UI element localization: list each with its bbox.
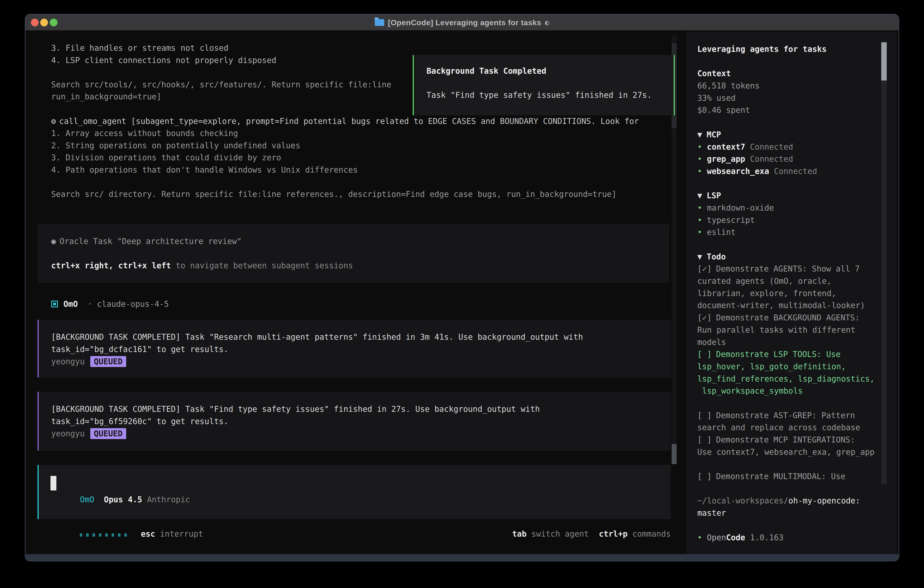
task-meta: yeongyu QUEUED [51,355,671,368]
dot-separator: · [87,299,92,309]
oracle-task-text: Oracle Task "Deep architecture review" [59,237,242,246]
bullet-icon: • [697,203,702,212]
scrollbar-thumb[interactable] [672,444,676,464]
chevron-down-icon: ▼ [697,130,702,139]
session-sidebar: Leveraging agents for tasks Context 66,5… [686,32,897,554]
checkbox-empty-icon: [ ] [697,411,712,420]
scrollback-line: 1. Array access without bounds checking [51,127,639,140]
sidebar-scrollbar[interactable] [881,42,887,484]
checkbox-empty-icon: [ ] [697,472,712,481]
bullet-icon: • [697,142,702,152]
mcp-name: context7 [707,142,745,152]
scrollback-line: 3. Division operations that could divide… [51,152,639,164]
task-message-line: task_id="bg_6f59260c" to get results. [51,415,671,428]
task-message-line: task_id="bg_dcfac161" to get results. [51,344,671,356]
bullet-icon: • [697,216,702,225]
window-title-group: [OpenCode] Leveraging agents for tasks ◐ [375,15,549,30]
terminal-window: [OpenCode] Leveraging agents for tasks ◐… [25,15,899,561]
todo-heading: Todo [707,252,726,261]
ctrlp-label: commands [632,529,671,538]
minimize-button[interactable] [40,19,48,26]
chevron-down-icon: ▼ [697,252,702,261]
mcp-section-header[interactable]: ▼MCP [697,129,881,141]
status-left: esc interrupt [51,520,203,548]
todo-line-active: [ ]Demonstrate LSP TOOLS: Use [697,349,881,361]
app-name-bold: Code [726,533,745,542]
mcp-item: •websearch_exa Connected [697,165,881,178]
todo-line-active: lsp_workspace_symbols [697,385,881,397]
context-spent: $0.46 spent [697,104,881,116]
scrollbar-thumb[interactable] [881,42,887,81]
todo-line: [✓]Demonstrate AGENTS: Show all 7 [697,263,881,275]
subagent-nav-hint: ctrl+x right, ctrl+x left to navigate be… [51,260,669,272]
status-right: tab switch agentctrl+p commands [483,520,671,548]
close-button[interactable] [31,19,39,26]
todo-line: [ ]Demonstrate MULTIMODAL: Use [697,471,881,483]
separator [78,299,87,309]
lsp-section-header[interactable]: ▼LSP [697,190,881,202]
workspace-dir: ~/local-workspaces/ [697,496,788,505]
background-task-card: [BACKGROUND TASK COMPLETED] Task "Find t… [38,392,671,451]
mcp-status: Connected [750,154,793,164]
tool-call-line: ⚙call_omo_agent [subagent_type=explore, … [51,115,639,127]
todo-line: librarian, explore, frontend, [697,287,881,300]
lsp-item: •markdown-oxide [697,202,881,214]
prompt-input[interactable]: OmO Opus 4.5 Anthropic [38,465,671,519]
esc-label: interrupt [160,529,203,538]
lsp-name: eslint [707,228,736,237]
workspace-repo: oh-my-opencode: [788,496,860,505]
agent-model: claude-opus-4-5 [97,299,169,309]
notification-title: Background Task Completed [427,66,674,76]
todo-line: search and replace across codebase [697,421,881,434]
input-agent-name: OmO [80,495,94,504]
context-tokens: 66,518 tokens [697,80,881,92]
bullet-icon: • [697,167,702,176]
mcp-name: websearch_exa [707,167,769,176]
tool-call-text: call_omo_agent [subagent_type=explore, p… [59,117,639,126]
context-used: 33% used [697,92,881,104]
zoom-button[interactable] [50,19,58,26]
app-version: 1.0.163 [750,533,784,542]
esc-key: esc [141,529,155,538]
session-title: Leveraging agents for tasks [697,43,881,56]
half-moon-icon: ◐ [545,18,549,27]
mcp-status: Connected [750,142,793,152]
todo-line-active: lsp_find_references, lsp_diagnostics, [697,373,881,385]
bullet-icon: • [697,533,702,542]
mcp-heading: MCP [707,130,721,139]
scrollback-line: 3. File handles or streams not closed [51,42,639,55]
todo-line: Run parallel tasks with different [697,324,881,336]
background-task-notification: Background Task Completed Task "Find typ… [412,55,675,115]
todo-line: document-writer, multimodal-looker) [697,299,881,312]
model-status-line: OmO Opus 4.5 Anthropic [51,486,190,513]
input-provider: Anthropic [147,495,190,504]
scrollback-line: 2. String operations on potentially unde… [51,140,639,152]
lsp-name: markdown-oxide [707,203,774,212]
todo-section-header[interactable]: ▼Todo [697,251,881,263]
app-version-line: •OpenCode 1.0.163 [697,532,881,544]
mcp-status: Connected [774,167,817,176]
ctrlp-key: ctrl+p [599,529,627,538]
hint-text: to navigate between subagent sessions [176,261,353,270]
todo-line: Use context7, websearch_exa, grep_app [697,446,881,458]
task-message-line: [BACKGROUND TASK COMPLETED] Task "Resear… [51,331,671,344]
window-bottom-bar [25,554,899,561]
oracle-task-box: ◉Oracle Task "Deep architecture review" … [38,224,669,283]
mcp-item: •grep_app Connected [697,153,881,165]
task-meta: yeongyu QUEUED [51,428,671,440]
spinner-dots-icon [80,533,131,537]
todo-line: [✓]Demonstrate BACKGROUND AGENTS: [697,312,881,324]
mcp-item: •context7 Connected [697,141,881,153]
workspace-path: ~/local-workspaces/oh-my-opencode: [697,495,881,507]
record-icon: ◉ [51,237,56,246]
mcp-name: grep_app [707,154,745,164]
separator [92,299,97,309]
scrollback-line [51,176,639,188]
app-name-dim: Open [707,533,726,542]
tab-key: tab [512,529,526,538]
checkbox-empty-icon: [ ] [697,435,712,444]
todo-line: models [697,336,881,349]
status-badge: QUEUED [90,356,126,367]
scrollback-line: Search src/ directory. Return specific f… [51,188,639,201]
background-task-card: [BACKGROUND TASK COMPLETED] Task "Resear… [38,320,671,377]
